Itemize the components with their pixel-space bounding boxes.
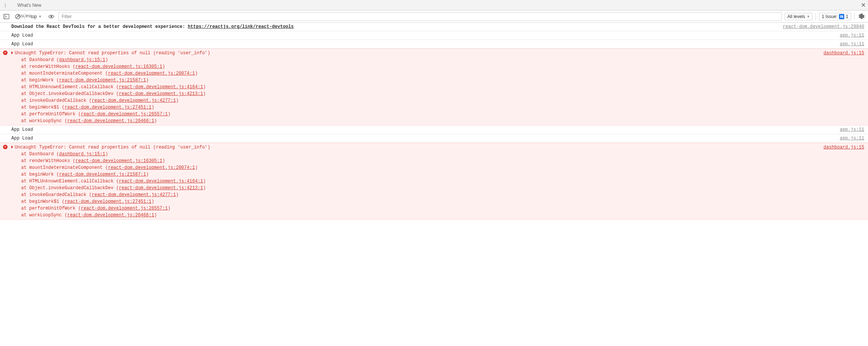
divider: [25, 13, 25, 20]
stack-frame: at beginWork (react-dom.development.js:2…: [21, 171, 816, 178]
console-row: App Loadapp.js:11: [0, 40, 868, 49]
divider: [854, 13, 854, 20]
chevron-down-icon: ▼: [807, 15, 810, 18]
source-link[interactable]: react-dom.development.js:20074:1: [108, 165, 195, 170]
stack-trace: at Dashboard (dashboard.js:15:1)at rende…: [11, 57, 816, 124]
stack-frame: at renderWithHooks (react-dom.developmen…: [21, 158, 816, 164]
svg-point-4: [50, 15, 52, 17]
stack-frame: at invokeGuardedCallback (react-dom.deve…: [21, 191, 816, 198]
console-output: Download the React DevTools for a better…: [0, 23, 868, 220]
source-link[interactable]: app.js:11: [840, 135, 864, 142]
sidebar-icon: [3, 14, 9, 20]
source-link[interactable]: react-dom.development.js:29840: [783, 23, 864, 30]
source-link[interactable]: app.js:11: [840, 126, 864, 133]
error-icon: ✕: [3, 51, 8, 55]
more-tabs-button[interactable]: [2, 2, 8, 8]
stack-frame: at workLoopSync (react-dom.development.j…: [21, 212, 816, 219]
svg-line-3: [16, 15, 19, 18]
expand-toggle[interactable]: [11, 51, 13, 54]
filter-input[interactable]: [58, 12, 782, 21]
log-message: App Load: [11, 32, 832, 39]
stack-frame: at Object.invokeGuardedCallbackDev (reac…: [21, 185, 816, 191]
stack-frame: at beginWork (react-dom.development.js:2…: [21, 77, 816, 84]
source-link[interactable]: react-dom.development.js:16305:1: [75, 64, 162, 69]
stack-frame: at performUnitOfWork (react-dom.developm…: [21, 111, 816, 118]
stack-frame: at HTMLUnknownElement.callCallback (reac…: [21, 84, 816, 90]
console-row: App Loadapp.js:11: [0, 134, 868, 143]
context-label: top: [31, 14, 37, 19]
log-message: Download the React DevTools for a better…: [11, 23, 775, 30]
source-link[interactable]: react-dom.development.js:20074:1: [108, 71, 195, 76]
stack-trace: at Dashboard (dashboard.js:15:1)at rende…: [11, 151, 816, 219]
stack-frame: at Object.invokeGuardedCallbackDev (reac…: [21, 90, 816, 97]
stack-frame: at Dashboard (dashboard.js:15:1): [21, 57, 816, 63]
stack-frame: at beginWork$1 (react-dom.development.js…: [21, 198, 816, 205]
error-message: Uncaught TypeError: Cannot read properti…: [15, 51, 210, 56]
source-link[interactable]: react-dom.development.js:16305:1: [75, 158, 162, 164]
divider: [816, 13, 816, 20]
close-drawer-button[interactable]: ✕: [860, 3, 866, 8]
console-settings-button[interactable]: [857, 12, 866, 21]
levels-label: All levels: [787, 14, 805, 19]
source-link[interactable]: react-dom.development.js:4164:1: [119, 84, 203, 90]
eye-icon: [48, 14, 54, 20]
tab-what-s-new[interactable]: What's New: [12, 0, 47, 11]
source-link[interactable]: react-dom.development.js:21587:1: [59, 172, 146, 177]
source-link[interactable]: react-dom.development.js:26557:1: [81, 206, 167, 211]
stack-frame: at Dashboard (dashboard.js:15:1): [21, 151, 816, 158]
toggle-sidebar-button[interactable]: [2, 12, 11, 21]
console-row: App Loadapp.js:11: [0, 126, 868, 134]
source-link[interactable]: react-dom.development.js:26466:1: [67, 118, 154, 124]
source-link[interactable]: react-dom.development.js:4277:1: [92, 98, 176, 103]
issues-count: 1: [846, 14, 848, 19]
source-link[interactable]: react-dom.development.js:26557:1: [81, 112, 167, 117]
source-link[interactable]: react-dom.development.js:21587:1: [59, 78, 146, 83]
svg-rect-7: [840, 17, 842, 17]
error-message: Uncaught TypeError: Cannot read properti…: [15, 145, 210, 150]
source-link[interactable]: react-dom.development.js:26466:1: [67, 213, 154, 218]
console-row: ✕Uncaught TypeError: Cannot read propert…: [0, 49, 868, 126]
log-message: App Load: [11, 135, 832, 142]
error-icon: ✕: [3, 145, 8, 149]
source-link[interactable]: react-dom.development.js:4277:1: [92, 192, 176, 197]
source-link[interactable]: dashboard.js:15: [824, 144, 864, 151]
log-message: App Load: [11, 126, 832, 133]
clear-console-button[interactable]: [14, 12, 22, 21]
message-link[interactable]: https://reactjs.org/link/react-devtools: [188, 24, 294, 29]
stack-frame: at performUnitOfWork (react-dom.developm…: [21, 205, 816, 212]
chevron-down-icon: ▼: [38, 15, 42, 18]
stack-frame: at mountIndeterminateComponent (react-do…: [21, 164, 816, 171]
source-link[interactable]: dashboard.js:15: [824, 50, 864, 57]
stack-frame: at workLoopSync (react-dom.development.j…: [21, 118, 816, 124]
source-link[interactable]: react-dom.development.js:27451:1: [64, 199, 151, 204]
svg-rect-1: [4, 14, 6, 19]
source-link[interactable]: react-dom.development.js:4213:1: [119, 185, 203, 191]
stack-frame: at mountIndeterminateComponent (react-do…: [21, 70, 816, 77]
log-levels-dropdown[interactable]: All levels ▼: [785, 13, 813, 20]
source-link[interactable]: app.js:11: [840, 41, 864, 47]
issue-icon: [839, 14, 844, 19]
issues-label: 1 Issue:: [822, 14, 837, 19]
console-row: ✕Uncaught TypeError: Cannot read propert…: [0, 143, 868, 220]
devtools-tabbar: ConsoleWhat's NewIssues ✕: [0, 0, 868, 11]
issues-chip[interactable]: 1 Issue: 1: [819, 13, 851, 20]
source-link[interactable]: react-dom.development.js:4213:1: [119, 91, 203, 96]
log-message: App Load: [11, 41, 832, 47]
source-link[interactable]: dashboard.js:15:1: [59, 152, 105, 157]
source-link[interactable]: dashboard.js:15:1: [59, 57, 105, 63]
source-link[interactable]: app.js:11: [840, 32, 864, 39]
expand-toggle[interactable]: [11, 145, 13, 149]
gear-icon: [859, 14, 865, 20]
source-link[interactable]: react-dom.development.js:4164:1: [119, 179, 203, 184]
no-entry-icon: [15, 14, 21, 20]
stack-frame: at invokeGuardedCallback (react-dom.deve…: [21, 97, 816, 104]
stack-frame: at HTMLUnknownElement.callCallback (reac…: [21, 178, 816, 185]
stack-frame: at beginWork$1 (react-dom.development.js…: [21, 104, 816, 111]
live-expression-button[interactable]: [47, 12, 55, 21]
svg-rect-6: [840, 16, 843, 17]
stack-frame: at renderWithHooks (react-dom.developmen…: [21, 63, 816, 70]
source-link[interactable]: react-dom.development.js:27451:1: [64, 105, 151, 110]
console-row: App Loadapp.js:11: [0, 31, 868, 40]
context-selector[interactable]: top ▼: [28, 13, 44, 20]
console-toolbar: top ▼ All levels ▼ 1 Issue: 1: [0, 11, 868, 23]
